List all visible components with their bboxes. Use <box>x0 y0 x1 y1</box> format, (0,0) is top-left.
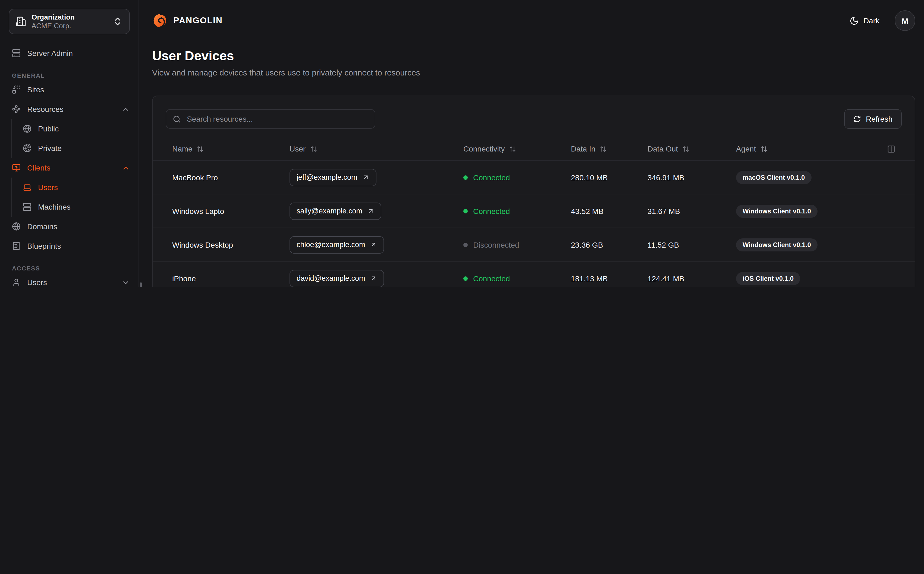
sidebar-item-label: Users <box>27 278 47 287</box>
globe-icon <box>23 125 32 133</box>
status-dot-icon <box>464 243 468 247</box>
sidebar-item-domains[interactable]: Domains <box>0 217 139 236</box>
chevron-up-icon[interactable] <box>122 164 130 172</box>
user-link-button[interactable]: jeff@example.com <box>290 169 377 186</box>
user-email: jeff@example.com <box>296 173 358 181</box>
column-visibility-button[interactable] <box>880 145 902 153</box>
sidebar-item-blueprints[interactable]: Blueprints <box>0 236 139 256</box>
waypoints-icon <box>12 105 20 114</box>
sidebar-item-sites[interactable]: Sites <box>0 80 139 99</box>
page-title: User Devices <box>152 48 915 64</box>
data-in-value: 181.13 MB <box>564 274 641 283</box>
sidebar-item-label: Clients <box>27 164 50 172</box>
arrow-up-right-icon <box>367 207 374 214</box>
sidebar-scrollbar-thumb[interactable] <box>140 282 142 287</box>
data-in-value: 23.36 GB <box>564 240 641 249</box>
receipt-icon <box>12 242 20 250</box>
column-header-data-out[interactable]: Data Out <box>641 145 730 153</box>
user-link-button[interactable]: sally@example.com <box>290 202 382 220</box>
device-name: Windows Lapto <box>166 207 283 215</box>
sidebar-item-label: Server Admin <box>27 49 73 58</box>
globe-icon <box>12 222 20 231</box>
column-header-user[interactable]: User <box>283 145 457 153</box>
clients-subgroup: Users Machines <box>11 178 139 217</box>
search-icon <box>173 115 181 123</box>
agent-badge: Windows Client v0.1.0 <box>736 205 818 218</box>
data-in-value: 43.52 MB <box>564 207 641 215</box>
theme-label: Dark <box>863 16 880 25</box>
card-toolbar: Refresh <box>153 109 915 129</box>
table-row: Windows Desktopchloe@example.comDisconne… <box>153 227 915 261</box>
sidebar-item-server-admin[interactable]: Server Admin <box>0 43 139 63</box>
moon-icon <box>850 16 859 25</box>
section-label-access: ACCESS <box>0 265 139 271</box>
status-dot-icon <box>464 276 468 281</box>
sidebar-item-client-users[interactable]: Users <box>12 178 139 197</box>
sort-icon <box>310 145 317 152</box>
organization-value: ACME Corp. <box>32 22 75 30</box>
column-header-connectivity[interactable]: Connectivity <box>457 145 564 153</box>
refresh-label: Refresh <box>866 115 892 123</box>
sort-icon <box>197 145 204 152</box>
sidebar-item-public[interactable]: Public <box>12 119 139 139</box>
sidebar-item-label: Sites <box>27 85 44 94</box>
table-row: iPhonedavid@example.comConnected181.13 M… <box>153 261 915 287</box>
status-dot-icon <box>464 209 468 213</box>
refresh-button[interactable]: Refresh <box>844 109 902 129</box>
sidebar-item-label: Machines <box>38 203 71 211</box>
server-icon <box>23 203 32 211</box>
sidebar-item-label: Blueprints <box>27 242 61 250</box>
organization-label: Organization <box>32 13 75 21</box>
sidebar-item-clients[interactable]: Clients <box>0 158 139 178</box>
sidebar-item-label: Domains <box>27 222 57 231</box>
sort-icon <box>600 145 607 152</box>
user-email: chloe@example.com <box>296 241 365 249</box>
data-out-value: 346.91 MB <box>641 173 730 181</box>
sidebar-item-resources[interactable]: Resources <box>0 99 139 119</box>
refresh-icon <box>853 115 861 123</box>
sidebar-item-label: Resources <box>27 105 63 114</box>
connectivity-status: Disconnected <box>457 240 564 249</box>
table-row: Windows Laptosally@example.comConnected4… <box>153 194 915 227</box>
device-name: Windows Desktop <box>166 240 283 249</box>
column-header-agent[interactable]: Agent <box>730 145 880 153</box>
sidebar-item-label: Users <box>38 183 58 192</box>
search-box <box>166 109 375 129</box>
organization-selector[interactable]: Organization ACME Corp. <box>9 9 130 34</box>
avatar-initial: M <box>902 16 908 25</box>
chevron-down-icon[interactable] <box>122 278 130 287</box>
chevron-up-icon[interactable] <box>122 105 130 113</box>
sort-icon <box>682 145 689 152</box>
user-email: sally@example.com <box>296 207 362 215</box>
data-out-value: 11.52 GB <box>641 240 730 249</box>
arrow-up-right-icon <box>370 241 377 248</box>
topbar-right: Dark M <box>847 10 915 31</box>
user-icon <box>12 278 20 287</box>
column-header-data-in[interactable]: Data In <box>564 145 641 153</box>
user-link-button[interactable]: david@example.com <box>290 270 384 287</box>
table-row: MacBook Projeff@example.comConnected280.… <box>153 161 915 194</box>
theme-toggle-button[interactable]: Dark <box>847 16 883 26</box>
sidebar-item-label: Private <box>38 144 61 153</box>
arrow-up-right-icon <box>370 275 377 282</box>
sidebar-item-machines[interactable]: Machines <box>12 197 139 217</box>
sidebar: Organization ACME Corp. Server Admin GEN… <box>0 0 139 287</box>
brand[interactable]: PANGOLIN <box>152 13 223 29</box>
avatar[interactable]: M <box>895 10 915 31</box>
brand-name: PANGOLIN <box>173 16 223 25</box>
search-input[interactable] <box>186 114 368 124</box>
page-head: User Devices View and manage devices tha… <box>152 48 915 78</box>
user-email: david@example.com <box>296 274 365 282</box>
user-link-button[interactable]: chloe@example.com <box>290 236 384 253</box>
sort-icon <box>760 145 767 152</box>
column-header-name[interactable]: Name <box>166 145 283 153</box>
arrow-up-right-icon <box>362 174 369 181</box>
devices-card: Refresh Name User Connectivity <box>152 96 915 287</box>
table-header: Name User Connectivity Data In <box>153 137 915 161</box>
page-subtitle: View and manage devices that users use t… <box>152 67 915 78</box>
data-out-value: 124.41 MB <box>641 274 730 283</box>
connectivity-status: Connected <box>457 207 564 215</box>
sidebar-item-private[interactable]: Private <box>12 139 139 158</box>
agent-badge: macOS Client v0.1.0 <box>736 171 811 184</box>
sidebar-item-users[interactable]: Users <box>0 273 139 287</box>
